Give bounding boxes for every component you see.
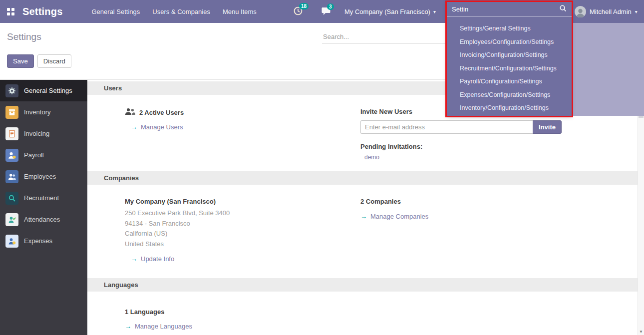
- manage-companies-label: Manage Companies: [370, 213, 428, 220]
- clock-icon: [294, 8, 303, 17]
- companies-right-column: 2 Companies → Manage Companies: [360, 198, 618, 263]
- message-count-badge: 3: [327, 3, 334, 10]
- manage-companies-link[interactable]: → Manage Companies: [360, 213, 428, 220]
- messages-menu-button[interactable]: 3: [322, 7, 330, 17]
- expenses-person-coin-icon: [5, 235, 18, 248]
- companies-left-column: My Company (San Francisco) 250 Executive…: [125, 198, 360, 263]
- save-button[interactable]: Save: [7, 54, 34, 68]
- discard-button[interactable]: Discard: [37, 54, 71, 68]
- update-info-link[interactable]: → Update Info: [131, 255, 174, 263]
- chevron-down-icon: ▾: [433, 9, 436, 14]
- settings-content: Users 2 Active Users → Manage Users Invi…: [87, 80, 638, 335]
- pending-invitee-link[interactable]: demo: [360, 154, 379, 161]
- section-header-companies: Companies: [87, 171, 638, 185]
- companies-count: 2 Companies: [360, 198, 618, 205]
- activity-menu-button[interactable]: 18: [294, 6, 303, 17]
- search-result-item[interactable]: Expenses/Configuration/Settings: [447, 88, 572, 102]
- active-users-line: 2 Active Users: [125, 108, 360, 117]
- search-result-item[interactable]: Payroll/Configuration/Settings: [447, 75, 572, 88]
- active-users-count: 2 Active Users: [139, 109, 184, 116]
- search-icon: [559, 4, 567, 14]
- invite-button[interactable]: Invite: [533, 120, 562, 134]
- sidebar-item-label: Recruitment: [24, 194, 59, 202]
- manage-languages-link[interactable]: → Manage Languages: [125, 323, 192, 330]
- manage-languages-label: Manage Languages: [135, 323, 192, 330]
- sidebar-item-invoicing[interactable]: Invoicing: [0, 123, 87, 144]
- sidebar-item-label: Invoicing: [24, 130, 49, 137]
- sidebar-item-general-settings[interactable]: General Settings: [0, 80, 87, 101]
- users-left-column: 2 Active Users → Manage Users: [125, 108, 360, 161]
- mega-search-results: Settings/General Settings Employees/Conf…: [447, 17, 572, 115]
- menu-general-settings[interactable]: General Settings: [91, 0, 141, 23]
- address-line: California (US): [125, 229, 360, 239]
- search-result-item[interactable]: Invoicing/Configuration/Settings: [447, 48, 572, 62]
- manage-users-label: Manage Users: [141, 123, 183, 131]
- open-dropdown-panel: [573, 23, 644, 116]
- sidebar-item-label: Expenses: [24, 237, 52, 245]
- attendance-check-person-icon: [5, 213, 18, 226]
- sidebar-item-attendances[interactable]: Attendances: [0, 209, 87, 230]
- employees-people-icon: [5, 170, 18, 183]
- sidebar-item-recruitment[interactable]: Recruitment: [0, 187, 87, 209]
- arrow-right-icon: →: [125, 323, 131, 330]
- avatar: [575, 6, 586, 17]
- languages-count: 1 Languages: [125, 308, 618, 316]
- address-line: United States: [125, 239, 360, 250]
- user-menu[interactable]: Mitchell Admin ▾: [575, 0, 638, 23]
- activity-count-badge: 18: [299, 3, 309, 9]
- address-line: 250 Executive Park Blvd, Suite 3400: [125, 208, 360, 219]
- recruitment-magnifier-icon: [5, 192, 18, 205]
- chevron-down-icon: ▾: [635, 9, 638, 14]
- sidebar-item-label: Inventory: [24, 108, 50, 116]
- update-info-label: Update Info: [141, 255, 174, 263]
- arrow-right-icon: →: [131, 123, 137, 131]
- sidebar-item-payroll[interactable]: Payroll: [0, 144, 87, 166]
- search-result-item[interactable]: Recruitment/Configuration/Settings: [447, 62, 572, 75]
- form-buttons: Save Discard: [7, 54, 71, 68]
- scrollbar-down-arrow[interactable]: ▼: [638, 330, 644, 334]
- sidebar-item-employees[interactable]: Employees: [0, 166, 87, 187]
- mega-search-dropdown: Settings/General Settings Employees/Conf…: [447, 1, 572, 116]
- sidebar-item-expenses[interactable]: Expenses: [0, 230, 87, 252]
- apps-grid-icon: [7, 8, 14, 15]
- search-result-item[interactable]: Settings/General Settings: [447, 22, 572, 35]
- section-languages: Languages 1 Languages → Manage Languages: [87, 278, 638, 330]
- arrow-right-icon: →: [131, 255, 137, 263]
- mega-search-input[interactable]: [452, 5, 559, 13]
- navbar-left-group: Settings General Settings Users & Compan…: [0, 0, 258, 23]
- payroll-person-coin-icon: [5, 149, 18, 162]
- company-switcher[interactable]: My Company (San Francisco) ▾: [344, 0, 436, 23]
- arrow-right-icon: →: [360, 213, 367, 220]
- invite-email-input[interactable]: [360, 120, 533, 134]
- company-name: My Company (San Francisco): [125, 198, 360, 205]
- search-result-item[interactable]: Employees/Configuration/Settings: [447, 35, 572, 49]
- pending-invitations-label: Pending Invitations:: [360, 143, 618, 150]
- company-name: My Company (San Francisco): [344, 8, 430, 15]
- settings-sidebar: General Settings Inventory Invoicing Pay…: [0, 80, 87, 335]
- navbar-menu: General Settings Users & Companies Menu …: [91, 0, 258, 23]
- sidebar-item-label: General Settings: [24, 87, 72, 94]
- menu-users-companies[interactable]: Users & Companies: [151, 0, 211, 23]
- section-header-languages: Languages: [87, 278, 638, 292]
- invite-input-group: Invite: [360, 120, 618, 134]
- search-result-item[interactable]: Inventory/Configuration/Settings: [447, 101, 572, 115]
- section-companies: Companies My Company (San Francisco) 250…: [87, 171, 638, 263]
- address-line: 94134 - San Francisco: [125, 219, 360, 229]
- menu-menu-items[interactable]: Menu Items: [222, 0, 258, 23]
- app-title: Settings: [22, 6, 63, 17]
- gear-icon: [5, 84, 18, 97]
- sidebar-item-label: Payroll: [24, 151, 44, 159]
- breadcrumb: Settings: [7, 31, 41, 42]
- invoice-document-icon: [5, 127, 18, 140]
- apps-menu-button[interactable]: [0, 0, 21, 23]
- sidebar-item-inventory[interactable]: Inventory: [0, 101, 87, 123]
- user-name: Mitchell Admin: [590, 8, 632, 15]
- mega-search-input-row: [447, 1, 572, 17]
- sidebar-item-label: Employees: [24, 173, 56, 180]
- manage-users-link[interactable]: → Manage Users: [131, 123, 183, 131]
- users-group-icon: [125, 108, 135, 117]
- company-address: 250 Executive Park Blvd, Suite 3400 9413…: [125, 208, 360, 249]
- inventory-box-icon: [5, 106, 18, 119]
- sidebar-item-label: Attendances: [24, 216, 60, 223]
